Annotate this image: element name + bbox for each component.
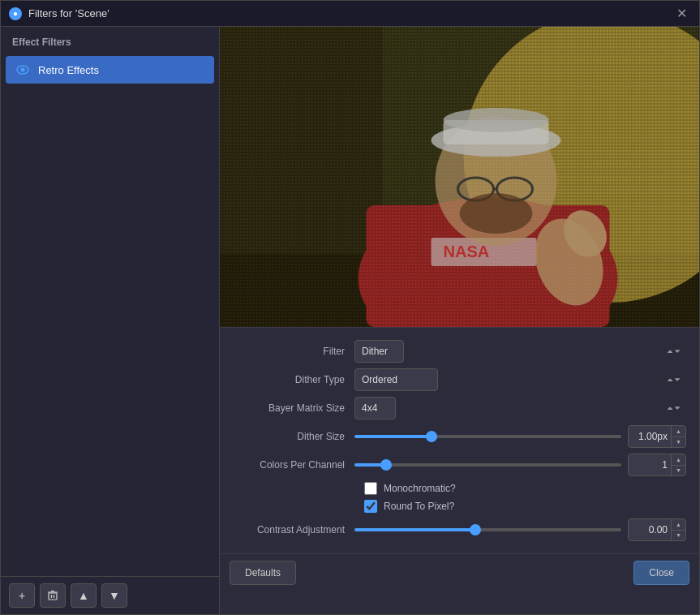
svg-rect-2 xyxy=(49,593,57,600)
dither-type-select[interactable]: Ordered Floyd-Steinberg Atkinson Bayer xyxy=(354,368,438,391)
colors-per-channel-widget: 1 ▲ ▼ xyxy=(354,454,686,476)
move-down-button[interactable]: ▼ xyxy=(101,583,127,608)
add-filter-button[interactable]: + xyxy=(9,583,35,608)
preview-canvas: NASA xyxy=(220,27,699,327)
right-panel: NASA xyxy=(220,27,699,614)
defaults-button[interactable]: Defaults xyxy=(230,561,296,585)
dither-size-control-row: Dither Size 1.00px ▲ ▼ xyxy=(233,425,686,448)
dither-size-number-wrapper: 1.00px ▲ ▼ xyxy=(628,425,686,448)
sidebar: Effect Filters Retro Effects + xyxy=(1,27,220,614)
bayer-matrix-label: Bayer Matrix Size xyxy=(233,402,354,414)
main-content: Effect Filters Retro Effects + xyxy=(1,27,699,614)
monochromatic-checkbox[interactable] xyxy=(364,482,377,495)
colors-per-channel-label: Colors Per Channel xyxy=(233,459,354,471)
round-to-pixel-checkbox[interactable] xyxy=(364,500,377,513)
filter-select-wrapper: Dither Pixelate CRT VHS xyxy=(354,340,686,363)
bayer-matrix-widget: 2x2 4x4 8x8 16x16 xyxy=(354,397,686,419)
sidebar-footer: + ▲ ▼ xyxy=(1,576,219,614)
colors-per-channel-number-wrapper: 1 ▲ ▼ xyxy=(628,454,686,476)
contrast-widget: 0.00 ▲ ▼ xyxy=(354,518,686,541)
dither-size-down[interactable]: ▼ xyxy=(672,437,685,448)
colors-per-channel-spinners: ▲ ▼ xyxy=(671,454,685,475)
bayer-matrix-control-row: Bayer Matrix Size 2x2 4x4 8x8 16x16 xyxy=(233,397,686,419)
round-to-pixel-label: Round To Pixel? xyxy=(384,501,454,512)
round-to-pixel-row: Round To Pixel? xyxy=(233,500,686,513)
title-bar: ● Filters for 'Scene' ✕ xyxy=(1,1,699,27)
dither-type-widget: Ordered Floyd-Steinberg Atkinson Bayer xyxy=(354,368,686,391)
contrast-down[interactable]: ▼ xyxy=(672,531,685,541)
dither-size-spinners: ▲ ▼ xyxy=(671,426,685,447)
dither-size-slider[interactable] xyxy=(354,435,621,438)
filter-label: Filter xyxy=(233,346,354,357)
filter-item-retro-effects[interactable]: Retro Effects xyxy=(6,56,214,84)
monochromatic-label: Monochromatic? xyxy=(384,483,456,494)
close-window-button[interactable]: ✕ xyxy=(672,4,691,24)
colors-per-channel-slider[interactable] xyxy=(354,463,621,467)
colors-per-channel-input[interactable]: 1 xyxy=(629,459,671,471)
close-button[interactable]: Close xyxy=(633,561,689,585)
controls-footer: Defaults Close xyxy=(220,553,699,591)
main-window: ● Filters for 'Scene' ✕ Effect Filters R… xyxy=(0,0,700,615)
controls-area: Filter Dither Pixelate CRT VHS xyxy=(220,327,699,553)
bayer-matrix-select-wrapper: 2x2 4x4 8x8 16x16 xyxy=(354,397,686,419)
sidebar-header: Effect Filters xyxy=(1,27,219,54)
dither-type-select-wrapper: Ordered Floyd-Steinberg Atkinson Bayer xyxy=(354,368,686,391)
dither-type-control-row: Dither Type Ordered Floyd-Steinberg Atki… xyxy=(233,368,686,391)
dither-size-widget: 1.00px ▲ ▼ xyxy=(354,425,686,448)
contrast-number-wrapper: 0.00 ▲ ▼ xyxy=(628,518,686,541)
svg-rect-40 xyxy=(221,27,699,327)
dither-size-up[interactable]: ▲ xyxy=(672,426,685,437)
colors-per-channel-control-row: Colors Per Channel 1 ▲ ▼ xyxy=(233,454,686,476)
filter-control-row: Filter Dither Pixelate CRT VHS xyxy=(233,340,686,363)
contrast-label: Contrast Adjustment xyxy=(233,524,354,535)
svg-point-1 xyxy=(21,68,25,72)
contrast-up[interactable]: ▲ xyxy=(672,519,685,531)
dither-type-label: Dither Type xyxy=(233,374,354,385)
delete-filter-button[interactable] xyxy=(40,583,66,608)
move-up-button[interactable]: ▲ xyxy=(71,583,97,608)
eye-icon xyxy=(15,62,30,77)
contrast-slider[interactable] xyxy=(354,528,621,531)
filter-select[interactable]: Dither Pixelate CRT VHS xyxy=(354,340,404,363)
preview-area: NASA xyxy=(220,27,699,327)
colors-per-channel-down[interactable]: ▼ xyxy=(672,466,685,476)
contrast-control-row: Contrast Adjustment 0.00 ▲ ▼ xyxy=(233,518,686,541)
dither-size-input[interactable]: 1.00px xyxy=(629,431,671,442)
filter-item-label: Retro Effects xyxy=(38,64,99,76)
filter-widget: Dither Pixelate CRT VHS xyxy=(354,340,686,363)
dither-size-label: Dither Size xyxy=(233,431,354,442)
monochromatic-row: Monochromatic? xyxy=(233,482,686,495)
contrast-input[interactable]: 0.00 xyxy=(629,524,671,535)
bayer-matrix-select[interactable]: 2x2 4x4 8x8 16x16 xyxy=(354,397,396,419)
colors-per-channel-up[interactable]: ▲ xyxy=(672,454,685,466)
app-icon: ● xyxy=(9,7,22,20)
contrast-spinners: ▲ ▼ xyxy=(671,519,685,540)
window-title: Filters for 'Scene' xyxy=(28,7,110,19)
